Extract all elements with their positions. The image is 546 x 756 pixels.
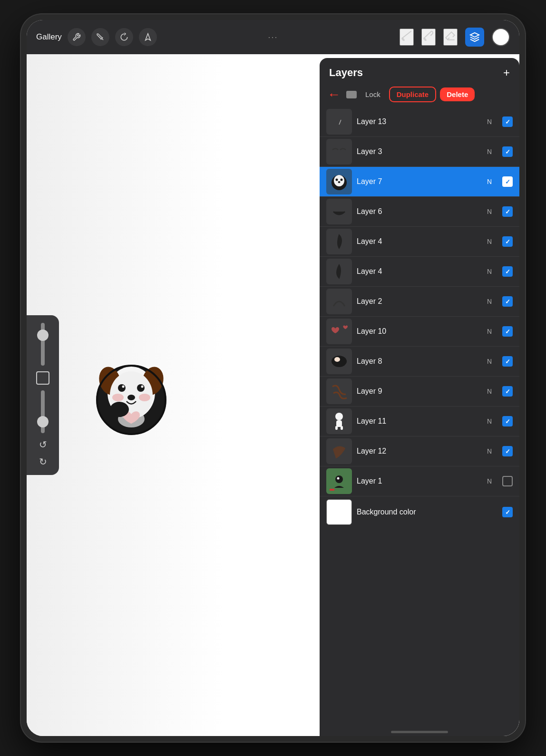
delete-button[interactable]: Delete [440, 87, 475, 101]
layer-visibility-check-active[interactable]: ✓ [502, 176, 513, 187]
layer-visibility-check[interactable]: ✓ [502, 416, 513, 426]
duplicate-button[interactable]: Duplicate [389, 87, 437, 102]
check-icon: ✓ [505, 448, 510, 455]
layer-thumbnail [326, 259, 352, 284]
layer-mode: N [487, 328, 494, 335]
layer-visibility-check[interactable]: ✓ [502, 296, 513, 307]
size-thumb[interactable] [37, 416, 49, 427]
color-picker[interactable] [492, 28, 510, 46]
thumb-swoosh [328, 380, 351, 403]
lock-button[interactable]: Lock [361, 87, 385, 101]
eraser-icon [444, 29, 457, 42]
selection-icon [144, 33, 152, 41]
svg-point-20 [334, 175, 344, 186]
layer-row[interactable]: Layer 12 N ✓ [320, 436, 519, 466]
top-bar: Gallery [27, 20, 519, 54]
layer-visibility-check[interactable]: ✓ [502, 116, 513, 127]
layer-name: Layer 4 [357, 267, 482, 276]
left-toolbar: ↺ ↻ [27, 315, 59, 475]
layer-visibility-check[interactable]: ✓ [502, 356, 513, 367]
layer-row[interactable]: Layer 2 N ✓ [320, 287, 519, 317]
layer-visibility-check[interactable]: ✓ [502, 206, 513, 217]
opacity-thumb[interactable] [37, 330, 49, 341]
top-bar-left: Gallery [36, 28, 157, 46]
layer-visibility-check[interactable]: ✓ [502, 266, 513, 277]
brush-button[interactable] [400, 29, 414, 46]
svg-point-10 [122, 386, 125, 388]
layer-row[interactable]: Layer 6 N ✓ [320, 197, 519, 227]
svg-rect-27 [336, 420, 342, 427]
wrench-button[interactable] [68, 28, 86, 46]
svg-rect-33 [330, 489, 334, 491]
wrench-icon [72, 33, 81, 41]
check-icon: ✓ [505, 208, 510, 215]
layer-row[interactable]: Layer 8 N ✓ [320, 347, 519, 377]
thumb-dark-shape [328, 350, 351, 373]
layer-visibility-check-unchecked[interactable] [502, 476, 513, 486]
layer-row[interactable]: Layer 3 N ✓ [320, 137, 519, 167]
layer-thumbnail-active [326, 169, 352, 194]
layer-row[interactable]: Layer 13 N ✓ [320, 107, 519, 137]
thumb-eyebrows [328, 140, 351, 163]
undo-button[interactable]: ↺ [39, 439, 47, 450]
svg-rect-28 [335, 426, 338, 430]
menu-dots[interactable]: ··· [268, 32, 278, 42]
svg-point-23 [338, 181, 341, 183]
svg-point-26 [335, 413, 343, 420]
layer-name: Layer 8 [357, 357, 482, 366]
layer-row[interactable]: Layer 4 N ✓ [320, 257, 519, 287]
layer-visibility-check[interactable]: ✓ [502, 236, 513, 247]
layer-visibility-check[interactable]: ✓ [502, 146, 513, 157]
gallery-button[interactable]: Gallery [36, 32, 62, 42]
selection-button[interactable] [139, 28, 157, 46]
layer-mode: N [487, 358, 494, 365]
layer-name: Layer 4 [357, 237, 482, 246]
dog-illustration [84, 348, 179, 443]
thumb-mouth [328, 200, 351, 223]
layer-row[interactable]: Layer 1 N [320, 466, 519, 496]
layer-visibility-check[interactable]: ✓ [502, 326, 513, 337]
layer-mode: N [487, 118, 494, 126]
top-bar-center: ··· [268, 32, 278, 42]
svg-point-17 [110, 402, 129, 417]
action-bar: ← Lock Duplicate Delete [320, 84, 519, 107]
layer-visibility-check[interactable]: ✓ [502, 386, 513, 397]
redo-button[interactable]: ↻ [39, 456, 47, 467]
svg-point-32 [337, 477, 340, 480]
layer-row-active[interactable]: Layer 7 N ✓ [320, 167, 519, 197]
size-slider[interactable] [41, 390, 45, 433]
add-layer-button[interactable]: + [503, 67, 510, 78]
thumb-dog-standing [328, 410, 351, 433]
svg-point-13 [127, 395, 135, 400]
layer-visibility-check[interactable]: ✓ [502, 446, 513, 456]
thumb-dog-small [328, 170, 351, 193]
layer-name: Layer 9 [357, 387, 482, 396]
layers-button[interactable] [465, 28, 484, 47]
thumb-hearts [328, 320, 351, 343]
layer-row[interactable]: Layer 9 N ✓ [320, 377, 519, 407]
layer-row[interactable]: Layer 11 N ✓ [320, 407, 519, 436]
background-color-row[interactable]: Background color ✓ [320, 496, 519, 528]
background-visibility-check[interactable]: ✓ [502, 507, 513, 517]
transform-icon [120, 33, 128, 41]
layer-row[interactable]: Layer 10 N ✓ [320, 317, 519, 347]
layer-name: Layer 12 [357, 447, 482, 456]
layer-thumbnail [326, 289, 352, 314]
arrow-indicator: ← [327, 87, 341, 102]
layer-row[interactable]: Layer 4 N ✓ [320, 227, 519, 257]
ipad-frame: Gallery [21, 14, 525, 742]
opacity-slider[interactable] [41, 323, 45, 366]
thumb-photo [328, 470, 351, 493]
check-icon: ✓ [505, 298, 510, 305]
layer-toggle-checkbox[interactable] [346, 91, 357, 98]
thumb-sketch-light [328, 110, 351, 133]
magic-wand-button[interactable] [91, 28, 109, 46]
background-color-swatch[interactable] [326, 499, 352, 525]
smudge-button[interactable] [421, 29, 436, 46]
layers-panel: Layers + ← Lock Duplicate Delete [320, 58, 519, 736]
svg-point-9 [118, 384, 126, 392]
eraser-button[interactable] [443, 29, 458, 46]
transform-button[interactable] [115, 28, 133, 46]
layer-name: Layer 2 [357, 297, 482, 306]
shape-tool[interactable] [36, 371, 49, 385]
